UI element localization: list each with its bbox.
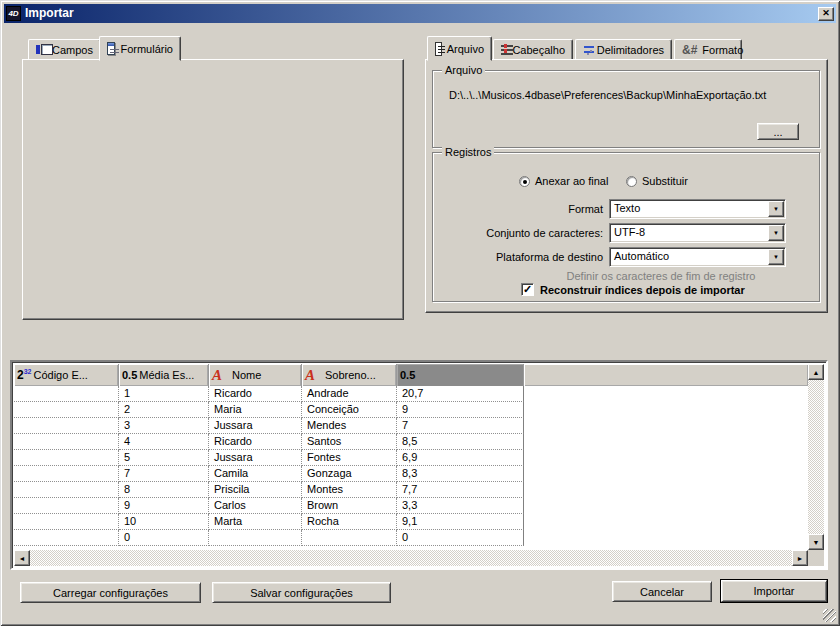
table-cell: Rocha [302,514,397,530]
table-row[interactable]: 3JussaraMendes7 [14,418,525,434]
table-cell: 7,7 [397,482,524,498]
file-icon [435,42,442,56]
tab-campos-label: Campos [52,44,93,56]
radio-icon [626,176,637,187]
column-header-label: Média Es... [139,369,194,381]
checkbox-icon: ✓ [521,283,534,296]
column-header[interactable]: 0.5 [397,364,524,386]
load-config-button[interactable]: Carregar configurações [20,582,201,603]
table-cell: Andrade [302,386,397,402]
chevron-down-icon[interactable]: ▼ [768,225,784,241]
tab-arquivo-label: Arquivo [447,43,484,55]
table-cell [14,466,119,482]
v-scroll-track[interactable] [808,380,824,534]
table-cell: 4 [119,434,209,450]
table-cell: 6,9 [397,450,524,466]
table-row[interactable]: 10MartaRocha9,1 [14,514,525,530]
charset-label: Conjunto de caracteres: [433,227,603,239]
radio-append[interactable]: Anexar ao final [519,175,608,187]
table-row[interactable]: 1RicardoAndrade20,7 [14,386,525,402]
table-row[interactable]: 8PriscilaMontes7,7 [14,482,525,498]
format-icon: &# [682,43,697,57]
format-select[interactable]: Texto ▼ [609,199,786,219]
formulario-icon [107,42,115,55]
v-scrollbar[interactable]: ▲ ▼ [808,364,824,566]
chevron-down-icon[interactable]: ▼ [768,201,784,217]
check-icon: ✓ [523,284,532,295]
table-row[interactable]: 00 [14,530,525,546]
column-header[interactable]: 232Código E... [14,364,119,386]
longint-type-icon: 232 [17,368,31,382]
h-scroll-track[interactable] [30,550,792,566]
import-dialog: 4D Importar ✕ Campos Formulário Importar… [0,0,840,626]
table-cell: Ricardo [209,434,302,450]
records-groupbox: Registros Anexar ao final Substituir For… [432,152,820,302]
table-row[interactable]: 2MariaConceição9 [14,402,525,418]
scroll-left-button[interactable]: ◄ [14,550,30,566]
import-button[interactable]: Importar [721,580,827,602]
table-cell: 20,7 [397,386,524,402]
scroll-up-icon: ▲ [813,369,820,376]
table-cell: Camila [209,466,302,482]
table-row[interactable]: 7CamilaGonzaga8,3 [14,466,525,482]
close-icon: ✕ [822,9,830,18]
eol-note: Definir os caracteres de fim de registro [521,270,801,282]
column-header[interactable]: 0.5Média Es... [119,364,209,386]
file-group-title: Arquivo [442,64,485,76]
close-button[interactable]: ✕ [818,7,834,21]
column-header-label: Código E... [33,369,87,381]
tab-formato-label: Formato [702,44,743,56]
header-icon [501,44,507,56]
tab-formulario-label: Formulário [120,43,173,55]
table-row[interactable]: 9CarlosBrown3,3 [14,498,525,514]
tab-cabecalho[interactable]: Cabeçalho [493,39,573,60]
tab-formato[interactable]: &# Formato [674,39,742,60]
table-cell: Mendes [302,418,397,434]
column-header[interactable]: ASobreno... [302,364,397,386]
scroll-up-button[interactable]: ▲ [808,364,824,380]
table-cell: 1 [119,386,209,402]
column-header[interactable]: ANome [209,364,302,386]
app-icon: 4D [6,6,21,21]
table-cell: 9 [119,498,209,514]
format-value: Texto [610,200,767,218]
resize-grip[interactable] [823,609,836,622]
table-body: 1RicardoAndrade20,72MariaConceição93Juss… [14,386,808,550]
radio-replace[interactable]: Substituir [626,175,688,187]
cancel-button[interactable]: Cancelar [612,581,712,602]
tab-arquivo[interactable]: Arquivo [427,36,492,61]
table-cell [14,418,119,434]
scroll-down-button[interactable]: ▼ [808,534,824,550]
charset-select[interactable]: UTF-8 ▼ [609,223,786,243]
scroll-right-button[interactable]: ► [792,550,808,566]
h-scrollbar[interactable]: ◄ ► [14,550,808,566]
radio-icon [519,176,530,187]
platform-select[interactable]: Automático ▼ [609,247,786,267]
radio-append-label: Anexar ao final [535,175,608,187]
table-row[interactable]: 5JussaraFontes6,9 [14,450,525,466]
radio-replace-label: Substituir [642,175,688,187]
table-cell: Brown [302,498,397,514]
save-config-button[interactable]: Salvar configurações [212,582,391,603]
window-title: Importar [25,4,818,23]
form-tab-panel [22,59,404,320]
table-cell: Carlos [209,498,302,514]
tab-delimitadores[interactable]: Delimitadores [575,39,672,60]
tab-campos[interactable]: Campos [28,39,101,60]
table-cell: Ricardo [209,386,302,402]
table-cell: 9 [397,402,524,418]
table-row[interactable]: 4RicardoSantos8,5 [14,434,525,450]
records-group-title: Registros [442,146,494,158]
table-cell: Gonzaga [302,466,397,482]
browse-button[interactable]: ... [757,123,799,140]
table-cell: 3 [119,418,209,434]
file-path: D:\..\..\Musicos.4dbase\Preferences\Back… [449,89,766,101]
table-header: 232Código E...0.5Média Es...ANomeASobren… [14,364,808,386]
table-cell: Jussara [209,418,302,434]
column-header-label: Sobreno... [325,369,376,381]
table-cell [209,530,302,546]
table-cell: Santos [302,434,397,450]
chevron-down-icon[interactable]: ▼ [768,249,784,265]
rebuild-checkbox[interactable]: ✓ Reconstruir índices depois de importar [521,283,745,296]
tab-formulario[interactable]: Formulário [99,36,181,61]
